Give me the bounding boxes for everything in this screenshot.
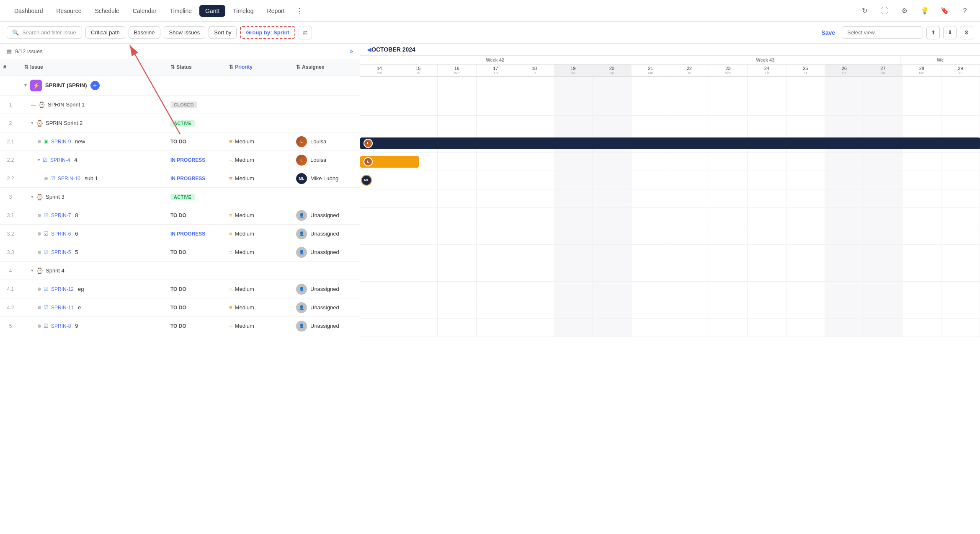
gantt-cell-9-12	[825, 245, 864, 263]
gantt-cell-9-11	[787, 245, 825, 263]
sprint1-name[interactable]: SPRIN Sprint 1	[48, 101, 85, 108]
sliders-icon-button[interactable]: ⚙	[960, 26, 973, 39]
day-27-header: 27Su	[864, 65, 903, 76]
sprin9-link[interactable]: SPRIN-9	[51, 139, 71, 145]
filter-issue-icon: ⇅	[24, 64, 28, 70]
nav-tab-report[interactable]: Report	[261, 5, 291, 17]
gantt-prev-icon[interactable]: ◀	[367, 46, 371, 53]
sprin9-name: new	[75, 138, 85, 145]
sprin7-link[interactable]: SPRIN-7	[51, 213, 71, 218]
col-header-priority[interactable]: ⇅ Priority	[226, 62, 293, 72]
save-button[interactable]: Save	[818, 27, 838, 39]
priority-icon-22b: ≡	[229, 175, 232, 181]
gantt-cell-1-5	[554, 97, 593, 115]
sprin11-link[interactable]: SPRIN-11	[51, 305, 74, 311]
gantt-month-label: OCTOBER 2024	[371, 46, 415, 53]
gantt-row-0	[360, 77, 980, 97]
sprint2-name[interactable]: SPRIN Sprint 2	[46, 120, 83, 126]
refresh-icon[interactable]: ↻	[858, 4, 871, 18]
critical-path-button[interactable]: Critical path	[85, 26, 125, 39]
bookmark-icon[interactable]: 🔖	[938, 4, 952, 18]
fullscreen-icon[interactable]: ⛶	[878, 4, 891, 18]
gantt-cell-5-9	[709, 171, 748, 189]
col-header-issue[interactable]: ⇅ Issue	[21, 62, 167, 72]
sprint1-chevron[interactable]: —	[31, 102, 36, 107]
row-assignee-22b: ML Mike Luong	[293, 173, 360, 184]
nav-more-icon[interactable]: ⋮	[292, 5, 307, 17]
nav-tab-schedule[interactable]: Schedule	[89, 5, 125, 17]
gantt-bar-5: ML	[361, 174, 372, 186]
unassigned-avatar-5: 👤	[296, 321, 307, 332]
gantt-cell-12-2	[438, 300, 477, 318]
dot-41	[38, 288, 41, 291]
nav-tab-calendar[interactable]: Calendar	[127, 5, 162, 17]
gantt-cell-12-7	[632, 300, 671, 318]
col-header-status[interactable]: ⇅ Status	[167, 62, 226, 72]
sprin4-chevron[interactable]: ▾	[38, 157, 40, 163]
filter-icon-button[interactable]: ⚖	[299, 26, 312, 39]
gantt-cell-0-7	[632, 77, 671, 97]
lightbulb-icon[interactable]: 💡	[918, 4, 931, 18]
sprin6-link[interactable]: SPRIN-6	[51, 231, 71, 237]
gantt-cell-8-14	[903, 226, 941, 244]
status-badge-active-3: ACTIVE	[170, 194, 195, 200]
table-row: 4.2 ☑ SPRIN-11 e TO DO ≡ Medium 👤 Unassi…	[0, 298, 360, 317]
gantt-cell-5-4	[515, 171, 554, 189]
nav-tab-timeline[interactable]: Timeline	[164, 5, 198, 17]
nav-tab-dashboard[interactable]: Dashboard	[8, 5, 49, 17]
assignee-name-22a: Louisa	[310, 157, 326, 163]
sprint2-chevron[interactable]: ▾	[31, 120, 34, 126]
expand-icon[interactable]: »	[350, 48, 353, 54]
group-by-button[interactable]: Group by: Sprint	[240, 26, 295, 39]
select-view-input[interactable]	[842, 26, 923, 39]
gantt-cell-10-10	[748, 263, 787, 281]
sprint-add-button[interactable]: +	[90, 81, 100, 90]
gantt-cell-4-12	[825, 153, 864, 171]
gantt-cell-1-12	[825, 97, 864, 115]
sprint-chevron[interactable]: ▾	[24, 83, 27, 88]
nav-tab-gantt[interactable]: Gantt	[199, 5, 225, 17]
baseline-button[interactable]: Baseline	[129, 26, 160, 39]
nav-tab-resource[interactable]: Resource	[51, 5, 88, 17]
gantt-cell-4-6	[593, 153, 632, 171]
sprin8-link[interactable]: SPRIN-8	[51, 323, 71, 329]
gantt-cell-13-8	[670, 319, 709, 337]
download-icon-button[interactable]: ⬇	[943, 26, 957, 39]
gantt-cell-13-10	[748, 319, 787, 337]
row-num-4: 4	[0, 268, 21, 274]
upload-icon-button[interactable]: ⬆	[926, 26, 940, 39]
col-header-assignee[interactable]: ⇅ Assignee	[293, 62, 360, 72]
priority-label-31: Medium	[235, 212, 254, 218]
gantt-cell-7-5	[554, 208, 593, 226]
sprin5-link[interactable]: SPRIN-5	[51, 249, 71, 255]
sprint3-icon: ⌚	[36, 194, 43, 200]
gantt-cell-5-1	[399, 171, 438, 189]
gantt-row-4: L	[360, 153, 980, 171]
status-inprogress-22b: IN PROGRESS	[170, 176, 205, 181]
gantt-cell-8-5	[554, 226, 593, 244]
nav-tab-timelog[interactable]: Timelog	[227, 5, 259, 17]
sprin4-link[interactable]: SPRIN-4	[50, 157, 70, 163]
settings-icon[interactable]: ⚙	[898, 4, 911, 18]
sprin10-link[interactable]: SPRIN-10	[58, 176, 80, 181]
gantt-cell-8-13	[864, 226, 903, 244]
sprint2-icon: ⌚	[36, 120, 43, 127]
sort-by-button[interactable]: Sort by	[209, 26, 237, 39]
show-issues-button[interactable]: Show Issues	[164, 26, 206, 39]
gantt-cell-1-6	[593, 97, 632, 115]
gantt-body[interactable]: LLML	[360, 77, 980, 534]
sprint4-chevron[interactable]: ▾	[31, 268, 34, 273]
group-by-label: Group by: Sprint	[246, 29, 289, 36]
priority-label-42: Medium	[235, 304, 254, 311]
sprint3-name[interactable]: Sprint 3	[46, 194, 64, 200]
sprin6-name: 6	[75, 231, 78, 237]
sprin12-link[interactable]: SPRIN-12	[51, 286, 74, 292]
sprint4-name[interactable]: Sprint 4	[46, 267, 64, 274]
gantt-cell-4-4	[515, 153, 554, 171]
gantt-cell-1-11	[787, 97, 825, 115]
day-15-header: 15Tu	[399, 65, 438, 76]
sprint3-chevron[interactable]: ▾	[31, 194, 34, 200]
gantt-cell-0-11	[787, 77, 825, 97]
help-icon[interactable]: ?	[958, 4, 972, 18]
search-filter-button[interactable]: 🔍 Search and filter issue	[7, 26, 82, 39]
